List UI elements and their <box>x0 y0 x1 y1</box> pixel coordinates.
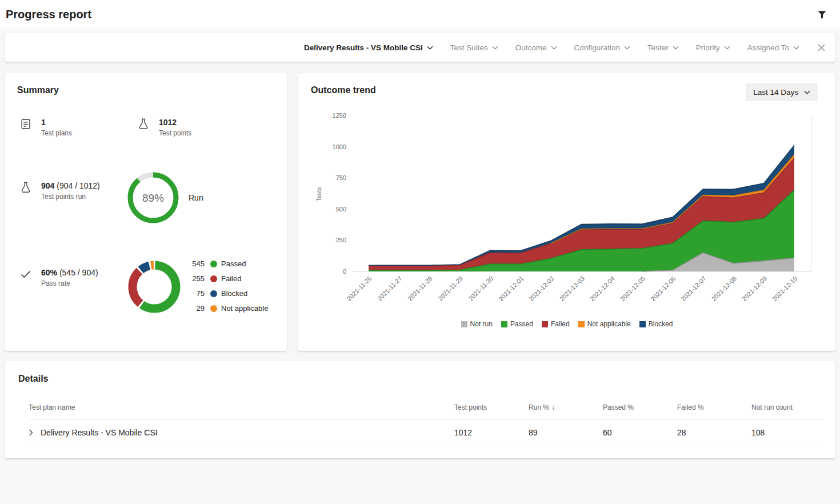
details-card: Details Test plan nameTest pointsRun %↓P… <box>5 361 835 458</box>
test-beaker-icon <box>19 181 32 194</box>
filter-dropdown-configuration[interactable]: Configuration <box>574 43 630 52</box>
legend-color-swatch <box>461 321 467 327</box>
filter-dropdown-outcome[interactable]: Outcome <box>515 43 557 52</box>
legend-label: Failed <box>221 274 241 283</box>
filter-bar: Delivery Results - VS Mobile CSITest Sui… <box>5 33 835 62</box>
filter-dropdown-label: Assigned To <box>747 43 789 52</box>
column-header-failed[interactable]: Failed % <box>677 403 751 411</box>
legend-label: Blocked <box>221 289 247 298</box>
filter-icon[interactable] <box>817 9 827 20</box>
x-tick-label: 2021-11-29 <box>437 275 464 302</box>
filter-dropdown-delivery-results-vs-mobile-csi[interactable]: Delivery Results - VS Mobile CSI <box>304 43 433 52</box>
chevron-down-icon <box>427 46 433 50</box>
y-tick-label: 250 <box>336 237 346 243</box>
run-donut: 89% <box>126 170 181 227</box>
x-tick-label: 2021-11-28 <box>406 275 434 302</box>
stat-label: Test points <box>159 129 191 137</box>
details-title: Details <box>18 374 823 384</box>
stat-value-detail: (545 / 904) <box>59 268 98 277</box>
column-header-test-plan-name[interactable]: Test plan name <box>29 403 454 411</box>
legend-label: Failed <box>551 320 570 328</box>
column-header-passed[interactable]: Passed % <box>603 403 677 411</box>
legend-label: Blocked <box>649 320 673 328</box>
stat-value: 60% <box>41 268 57 277</box>
outcome-donut-chart <box>127 259 182 314</box>
trend-chart: 025050075010001250Tests2021-11-262021-11… <box>309 105 823 319</box>
stat-value-detail: (904 / 1012) <box>57 181 100 190</box>
checkmark-icon <box>19 268 32 281</box>
stat-label: Test plans <box>41 129 72 137</box>
column-header-label: Passed % <box>603 403 634 411</box>
y-axis-label: Tests <box>315 187 322 202</box>
legend-color-swatch <box>578 321 585 327</box>
column-header-not-run-count[interactable]: Not run count <box>751 403 823 411</box>
test-plan-icon <box>19 118 32 130</box>
column-header-label: Test plan name <box>29 403 75 411</box>
filter-dropdown-tester[interactable]: Tester <box>647 43 679 52</box>
stat-label: Pass rate <box>41 279 98 287</box>
x-tick-label: 2021-12-05 <box>619 275 646 302</box>
donut-legend-item-blocked: 75Blocked <box>185 289 268 298</box>
legend-color-dot <box>210 305 217 312</box>
filter-dropdown-assigned-to[interactable]: Assigned To <box>747 43 799 52</box>
legend-value: 255 <box>185 274 205 283</box>
table-cell: 1012 <box>454 428 529 437</box>
run-donut-caption: Run <box>189 193 203 202</box>
filter-dropdown-label: Delivery Results - VS Mobile CSI <box>304 43 423 52</box>
table-row[interactable]: Delivery Results - VS Mobile CSI10128960… <box>29 420 823 445</box>
filter-dropdown-priority[interactable]: Priority <box>696 43 730 52</box>
chevron-down-icon <box>673 46 679 50</box>
y-tick-label: 0 <box>343 268 346 275</box>
summary-stat-test-points: 1012 Test points <box>137 118 191 137</box>
table-cell: 89 <box>529 428 603 437</box>
x-tick-label: 2021-11-27 <box>376 275 403 302</box>
date-range-selector[interactable]: Last 14 Days <box>746 83 818 101</box>
y-tick-label: 500 <box>336 206 346 213</box>
x-tick-label: 2021-12-06 <box>649 275 677 302</box>
legend-label: Passed <box>221 259 246 268</box>
top-bar: Progress report <box>0 0 840 29</box>
details-table-body: Delivery Results - VS Mobile CSI10128960… <box>29 420 823 445</box>
donut-legend-item-passed: 545Passed <box>185 259 268 269</box>
x-tick-label: 2021-11-30 <box>467 275 495 302</box>
sort-desc-icon: ↓ <box>551 403 555 411</box>
filter-dropdown-label: Test Suites <box>450 43 488 52</box>
outcome-donut-legend: 545Passed255Failed75Blocked29Not applica… <box>185 259 268 318</box>
details-header-row: Test plan nameTest pointsRun %↓Passed %F… <box>29 403 823 420</box>
donut-legend-item-failed: 255Failed <box>185 274 268 283</box>
donut-legend-item-not-applicable: 29Not applicable <box>185 303 268 313</box>
legend-value: 29 <box>185 304 205 313</box>
x-tick-label: 2021-11-26 <box>346 275 373 302</box>
run-donut-chart: 89% <box>126 170 181 225</box>
table-cell: 60 <box>603 428 677 437</box>
date-range-label: Last 14 Days <box>753 88 798 97</box>
trend-legend: Not runPassedFailedNot applicableBlocked <box>298 320 835 328</box>
stat-value: 904 <box>41 181 54 190</box>
filter-dropdown-label: Priority <box>696 43 720 52</box>
legend-label: Not applicable <box>587 320 631 328</box>
stat-label: Test points run <box>41 193 100 201</box>
x-tick-label: 2021-12-09 <box>741 275 768 302</box>
expand-chevron-icon[interactable] <box>29 429 33 436</box>
legend-color-swatch <box>542 321 548 327</box>
x-tick-label: 2021-12-10 <box>771 275 798 302</box>
table-cell: 28 <box>677 428 751 437</box>
outcome-trend-card: Outcome trend Last 14 Days 0250500750100… <box>298 73 835 351</box>
filter-dropdown-test-suites[interactable]: Test Suites <box>450 43 498 52</box>
funnel-icon <box>817 9 827 20</box>
column-header-test-points[interactable]: Test points <box>454 403 529 411</box>
legend-color-dot <box>210 261 217 267</box>
chevron-down-icon <box>724 46 730 50</box>
y-tick-label: 1000 <box>333 143 346 150</box>
column-header-run[interactable]: Run %↓ <box>529 403 603 411</box>
summary-stat-test-points-run: 904 (904 / 1012) Test points run <box>19 181 100 201</box>
table-cell: 108 <box>751 428 823 437</box>
legend-color-dot <box>210 275 217 282</box>
column-header-label: Run % <box>529 403 549 411</box>
x-tick-label: 2021-12-04 <box>589 275 616 302</box>
legend-color-swatch <box>639 321 646 327</box>
column-header-label: Failed % <box>677 403 704 411</box>
close-filters-icon[interactable] <box>818 44 825 51</box>
legend-label: Not run <box>470 320 493 328</box>
legend-value: 75 <box>185 289 205 298</box>
